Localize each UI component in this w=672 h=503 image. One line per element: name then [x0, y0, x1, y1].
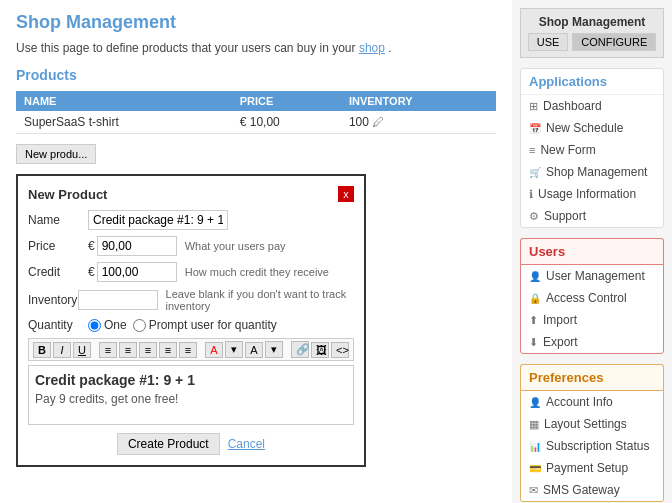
sidebar-shop-widget: Shop Management USE CONFIGURE [520, 8, 664, 58]
page-description: Use this page to define products that yo… [16, 41, 496, 55]
use-button[interactable]: USE [528, 33, 569, 51]
underline-button[interactable]: U [73, 342, 91, 358]
inventory-hint: Leave blank if you don't want to track i… [166, 288, 354, 312]
support-icon [529, 210, 539, 223]
ordered-list-button[interactable]: ≡ [179, 342, 197, 358]
import-icon [529, 314, 538, 327]
sidebar-item-new-form[interactable]: New Form [521, 139, 663, 161]
align-center-button[interactable]: ≡ [119, 342, 137, 358]
table-row: SuperSaaS t-shirt € 10,00 100 🖊 [16, 111, 496, 134]
sidebar-item-export[interactable]: Export [521, 331, 663, 353]
italic-button[interactable]: I [53, 342, 71, 358]
align-left-button[interactable]: ≡ [99, 342, 117, 358]
credit-input[interactable] [97, 262, 177, 282]
form-icon [529, 144, 535, 156]
col-inventory: INVENTORY [341, 91, 496, 111]
subscription-icon [529, 440, 541, 452]
credit-hint: How much credit they receive [185, 266, 329, 278]
inventory-icon[interactable]: 🖊 [372, 115, 384, 129]
quantity-prompt-radio[interactable]: Prompt user for quantity [133, 318, 277, 332]
code-button[interactable]: <> [331, 342, 349, 358]
modal-actions: Create Product Cancel [28, 433, 354, 455]
product-inventory: 100 🖊 [341, 111, 496, 134]
sidebar-item-access-control[interactable]: Access Control [521, 287, 663, 309]
products-section-title: Products [16, 67, 496, 83]
new-product-modal: New Product x Name Price € What your use… [16, 174, 366, 467]
name-input[interactable] [88, 210, 228, 230]
font-color-button[interactable]: A [205, 342, 223, 358]
create-product-button[interactable]: Create Product [117, 433, 220, 455]
export-icon [529, 336, 538, 349]
configure-button[interactable]: CONFIGURE [572, 33, 656, 51]
editor-heading: Credit package #1: 9 + 1 [35, 372, 347, 388]
price-currency: € [88, 239, 95, 253]
editor-area[interactable]: Credit package #1: 9 + 1 Pay 9 credits, … [28, 365, 354, 425]
sidebar-item-subscription-status[interactable]: Subscription Status [521, 435, 663, 457]
image-button[interactable]: 🖼 [311, 342, 329, 358]
name-row: Name [28, 210, 354, 230]
price-row: Price € What your users pay [28, 236, 354, 256]
preferences-section: Preferences Account Info Layout Settings… [520, 364, 664, 502]
bold-button[interactable]: B [33, 342, 51, 358]
grid-icon [529, 100, 538, 113]
preferences-header: Preferences [520, 364, 664, 391]
sidebar-item-payment-setup[interactable]: Payment Setup [521, 457, 663, 479]
sidebar-item-user-management[interactable]: User Management [521, 265, 663, 287]
new-product-button[interactable]: New produ... [16, 144, 96, 164]
align-right-button[interactable]: ≡ [139, 342, 157, 358]
info-icon [529, 188, 533, 201]
product-name: SuperSaaS t-shirt [16, 111, 232, 134]
sidebar-item-sms-gateway[interactable]: SMS Gateway [521, 479, 663, 501]
sidebar-item-account-info[interactable]: Account Info [521, 391, 663, 413]
col-name: NAME [16, 91, 232, 111]
editor-toolbar: B I U ≡ ≡ ≡ ≡ ≡ A ▾ A ▾ 🔗 🖼 <> [28, 338, 354, 361]
sidebar-item-usage-info[interactable]: Usage Information [521, 183, 663, 205]
users-section: Users User Management Access Control Imp… [520, 238, 664, 354]
font-color-dropdown[interactable]: ▾ [225, 341, 243, 358]
bg-color-button[interactable]: A [245, 342, 263, 358]
credit-currency: € [88, 265, 95, 279]
quantity-row: Quantity One Prompt user for quantity [28, 318, 354, 332]
sidebar-item-shop-management[interactable]: Shop Management [521, 161, 663, 183]
inventory-input[interactable] [78, 290, 158, 310]
users-header: Users [520, 238, 664, 265]
bg-color-dropdown[interactable]: ▾ [265, 341, 283, 358]
account-icon [529, 396, 541, 408]
inventory-label: Inventory [28, 293, 78, 307]
shop-link[interactable]: shop [359, 41, 385, 55]
link-button[interactable]: 🔗 [291, 341, 309, 358]
calendar-icon [529, 122, 541, 134]
credit-label: Credit [28, 265, 88, 279]
sms-icon [529, 484, 538, 497]
sidebar-item-import[interactable]: Import [521, 309, 663, 331]
sidebar-item-new-schedule[interactable]: New Schedule [521, 117, 663, 139]
sidebar-item-dashboard[interactable]: Dashboard [521, 95, 663, 117]
modal-close-button[interactable]: x [338, 186, 354, 202]
lock-icon [529, 292, 541, 304]
cancel-button[interactable]: Cancel [228, 433, 265, 455]
layout-icon [529, 418, 539, 431]
applications-header: Applications [521, 69, 663, 95]
quantity-label: Quantity [28, 318, 88, 332]
products-table: NAME PRICE INVENTORY SuperSaaS t-shirt €… [16, 91, 496, 134]
credit-row: Credit € How much credit they receive [28, 262, 354, 282]
price-input[interactable] [97, 236, 177, 256]
sidebar: Shop Management USE CONFIGURE Applicatio… [512, 0, 672, 503]
inventory-row: Inventory Leave blank if you don't want … [28, 288, 354, 312]
sidebar-item-support[interactable]: Support [521, 205, 663, 227]
editor-body: Pay 9 credits, get one free! [35, 392, 347, 406]
sidebar-item-layout-settings[interactable]: Layout Settings [521, 413, 663, 435]
col-price: PRICE [232, 91, 341, 111]
price-label: Price [28, 239, 88, 253]
payment-icon [529, 462, 541, 474]
price-hint: What your users pay [185, 240, 286, 252]
list-button[interactable]: ≡ [159, 342, 177, 358]
quantity-one-radio[interactable]: One [88, 318, 127, 332]
sidebar-shop-title: Shop Management [527, 15, 657, 29]
name-label: Name [28, 213, 88, 227]
modal-title: New Product [28, 187, 107, 202]
applications-section: Applications Dashboard New Schedule New … [520, 68, 664, 228]
product-price: € 10,00 [232, 111, 341, 134]
user-icon [529, 270, 541, 282]
shop-icon [529, 166, 541, 178]
